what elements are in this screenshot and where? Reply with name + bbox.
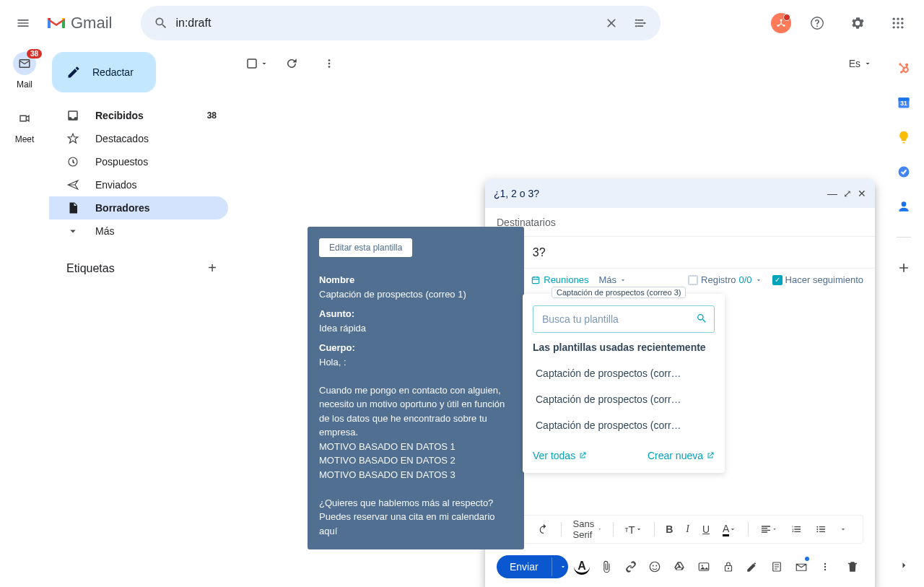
rail-meet[interactable]: Meet [13, 107, 36, 144]
sidepanel-contacts-icon[interactable] [897, 199, 911, 214]
view-all-templates-link[interactable]: Ver todas [533, 450, 587, 461]
select-all-checkbox[interactable] [245, 57, 269, 70]
close-icon[interactable]: ✕ [858, 188, 866, 199]
sidepanel-calendar-icon[interactable]: 31 [897, 95, 911, 110]
sidebar-item-more[interactable]: Más [49, 219, 228, 243]
font-family-select[interactable]: Sans Serif [569, 516, 606, 543]
search-icon[interactable] [696, 313, 707, 324]
svg-point-33 [816, 531, 818, 532]
link-button[interactable] [620, 555, 642, 578]
svg-point-1 [644, 22, 646, 25]
search-icon[interactable] [147, 9, 175, 38]
support-icon[interactable] [803, 9, 832, 38]
attach-button[interactable] [596, 555, 617, 578]
gmail-logo[interactable]: Gmail [46, 14, 112, 32]
sidebar-item-sent[interactable]: Enviados [49, 173, 228, 196]
star-icon [66, 132, 81, 145]
drive-button[interactable] [668, 555, 690, 578]
discard-button[interactable] [842, 555, 863, 578]
refresh-button[interactable] [277, 49, 306, 78]
svg-point-43 [824, 566, 826, 568]
svg-point-38 [701, 565, 702, 566]
search-box [141, 6, 661, 40]
hb-track[interactable]: Hacer seguimiento [772, 274, 863, 285]
add-label-button[interactable]: + [208, 260, 217, 277]
underline-button[interactable]: U [698, 521, 714, 538]
svg-point-35 [653, 565, 654, 567]
svg-point-31 [816, 526, 818, 528]
schedule-button[interactable] [790, 555, 812, 578]
svg-point-19 [328, 63, 331, 65]
svg-point-32 [816, 529, 818, 530]
svg-point-18 [328, 59, 331, 61]
redo-button[interactable] [533, 521, 554, 538]
gmail-icon [46, 15, 66, 31]
hb-more[interactable]: Más [598, 274, 627, 285]
gmail-logo-text: Gmail [71, 14, 112, 32]
sidepanel-keep-icon[interactable] [897, 130, 911, 144]
italic-button[interactable]: I [681, 521, 694, 538]
minimize-icon[interactable]: — [827, 188, 837, 199]
sidebar-item-snoozed[interactable]: Pospuestos [49, 150, 228, 173]
settings-icon[interactable] [843, 9, 872, 38]
send-options-dropdown[interactable] [552, 557, 568, 576]
clock-icon [66, 155, 81, 168]
hb-meetings[interactable]: Reuniones [531, 274, 588, 285]
apps-icon[interactable] [884, 9, 912, 38]
template-chip: Captación de prospectos (correo 3) [552, 287, 686, 298]
sidebar-item-drafts[interactable]: Borradores [49, 196, 228, 219]
more-options-button[interactable] [315, 49, 344, 78]
svg-point-42 [824, 563, 826, 565]
svg-point-12 [901, 22, 903, 24]
send-button[interactable]: Enviar [497, 555, 568, 578]
template-item[interactable]: Captación de prospectos (corr… [533, 412, 715, 438]
sidepanel-collapse-icon[interactable] [897, 558, 911, 573]
svg-point-11 [897, 22, 899, 24]
align-button[interactable] [756, 521, 782, 538]
more-format-button[interactable] [835, 523, 851, 536]
sidebar-item-starred[interactable]: Destacados [49, 127, 228, 150]
template-item[interactable]: Captación de prospectos (corr… [533, 386, 715, 412]
signature-button[interactable] [741, 555, 763, 578]
template-item[interactable]: Captación de prospectos (corr… [533, 360, 715, 386]
hubspot-status-icon[interactable] [771, 13, 791, 33]
emoji-button[interactable] [645, 555, 666, 578]
subject-field[interactable]: ¿1, 2 o 3? [485, 237, 875, 269]
sidebar-item-inbox[interactable]: Recibidos 38 [49, 104, 228, 127]
templates-button[interactable] [766, 555, 788, 578]
search-options-icon[interactable] [626, 9, 655, 38]
search-input[interactable] [175, 17, 597, 30]
rail-mail[interactable]: 38 Mail [13, 52, 36, 90]
confidential-button[interactable] [718, 555, 739, 578]
send-more-button[interactable] [815, 555, 837, 578]
create-new-template-link[interactable]: Crear nueva [648, 450, 715, 461]
sidepanel-add-icon[interactable] [897, 261, 911, 275]
font-size-button[interactable]: тT [621, 521, 647, 539]
sidepanel-hubspot-icon[interactable] [897, 61, 911, 75]
pencil-icon [66, 65, 81, 79]
hb-log[interactable]: Registro 0/0 [688, 274, 762, 285]
inbox-icon [66, 109, 81, 122]
svg-point-29 [902, 201, 907, 206]
file-icon [66, 201, 81, 214]
clear-search-icon[interactable] [597, 9, 626, 38]
image-button[interactable] [693, 555, 715, 578]
recipients-field[interactable]: Destinatarios [485, 208, 875, 237]
formatting-toggle-button[interactable]: A [571, 555, 593, 578]
svg-point-44 [824, 569, 826, 570]
compose-button[interactable]: Redactar [52, 52, 156, 92]
bold-button[interactable]: B [661, 521, 677, 538]
svg-point-8 [897, 18, 899, 20]
svg-point-15 [901, 26, 903, 28]
main-menu-button[interactable] [6, 6, 40, 40]
numbered-list-button[interactable] [786, 521, 806, 538]
edit-template-button[interactable]: Editar esta plantilla [319, 238, 412, 257]
svg-point-20 [328, 66, 331, 68]
bulleted-list-button[interactable] [811, 521, 831, 538]
text-color-button[interactable]: A [718, 520, 741, 539]
language-selector[interactable]: Es [849, 58, 872, 69]
expand-icon[interactable]: ⤢ [843, 188, 852, 199]
sidepanel-tasks-icon[interactable] [897, 165, 911, 179]
compose-header[interactable]: ¿1, 2 o 3? — ⤢ ✕ [485, 179, 875, 208]
template-search-input[interactable] [533, 305, 715, 333]
